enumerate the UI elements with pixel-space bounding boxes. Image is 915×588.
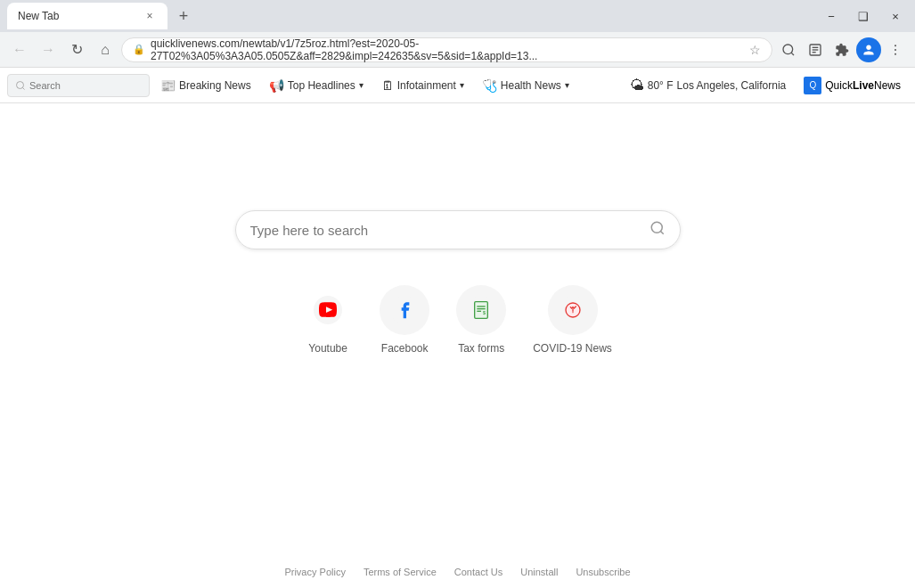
infotainment-icon: 🗓 <box>381 78 394 93</box>
svg-point-8 <box>895 53 896 54</box>
close-window-button[interactable]: × <box>883 4 908 29</box>
contact-us-link[interactable]: Contact Us <box>454 567 502 577</box>
uninstall-link[interactable]: Uninstall <box>520 567 558 577</box>
top-headlines-label: Top Headlines <box>288 79 355 92</box>
infotainment-chevron: ▾ <box>460 80 464 90</box>
maximize-button[interactable]: ❑ <box>851 4 876 29</box>
minimize-button[interactable]: − <box>819 4 844 29</box>
weather-widget: 🌤 80° F Los Angeles, California <box>623 76 794 95</box>
taxforms-icon: $ <box>456 285 506 335</box>
profile-icon[interactable] <box>856 37 881 62</box>
svg-point-11 <box>651 222 662 233</box>
tab-label: New Tab <box>18 10 59 22</box>
center-search-input[interactable] <box>250 223 642 238</box>
health-news-icon: 🩺 <box>482 78 497 93</box>
breaking-news-icon: 📰 <box>160 78 176 93</box>
extensions-icon[interactable] <box>829 37 854 62</box>
breaking-news-link[interactable]: 📰 Breaking News <box>153 77 258 94</box>
weather-icon: 🌤 <box>630 78 644 94</box>
url-bar[interactable]: 🔒 quicklivenews.com/newtab/v1/7z5roz.htm… <box>121 37 772 62</box>
tab-close-button[interactable]: × <box>143 9 157 23</box>
back-button[interactable]: ← <box>7 37 32 62</box>
health-news-label: Health News <box>501 79 561 92</box>
top-headlines-link[interactable]: 📢 Top Headlines ▾ <box>262 77 371 94</box>
top-headlines-chevron: ▾ <box>359 80 364 90</box>
forward-button[interactable]: → <box>36 37 61 62</box>
shortcut-covid[interactable]: COVID-19 News <box>533 285 612 355</box>
address-bar: ← → ↻ ⌂ 🔒 quicklivenews.com/newtab/v1/7z… <box>0 32 915 68</box>
covid-label: COVID-19 News <box>533 342 612 355</box>
qln-icon: Q <box>804 77 821 94</box>
svg-point-0 <box>783 45 793 54</box>
shortcut-facebook[interactable]: Facebook <box>380 285 429 355</box>
svg-rect-13 <box>314 296 342 324</box>
bookmark-star-icon[interactable]: ☆ <box>749 43 761 57</box>
infotainment-link[interactable]: 🗓 Infotainment ▾ <box>374 77 471 94</box>
window-controls: − ❑ × <box>819 4 908 29</box>
infotainment-label: Infotainment <box>397 79 456 92</box>
search-toolbar-icon[interactable] <box>776 37 801 62</box>
svg-point-6 <box>895 45 896 46</box>
new-tab-button[interactable]: + <box>171 4 196 29</box>
youtube-icon <box>303 285 353 335</box>
svg-line-12 <box>660 231 663 233</box>
svg-line-1 <box>791 53 794 55</box>
footer: Privacy Policy Terms of Service Contact … <box>0 556 915 588</box>
news-bar: 📰 Breaking News 📢 Top Headlines ▾ 🗓 Info… <box>0 68 915 103</box>
svg-line-10 <box>22 87 24 89</box>
browser-tab[interactable]: New Tab × <box>7 3 167 29</box>
health-news-link[interactable]: 🩺 Health News ▾ <box>475 77 576 94</box>
facebook-label: Facebook <box>381 342 429 355</box>
news-search-icon <box>15 80 26 91</box>
svg-point-9 <box>17 81 24 88</box>
terms-of-service-link[interactable]: Terms of Service <box>364 567 437 577</box>
svg-point-7 <box>895 49 896 51</box>
unsubscribe-link[interactable]: Unsubscribe <box>576 567 630 577</box>
chrome-menu-icon[interactable] <box>883 37 908 62</box>
toolbar-icons <box>776 37 908 62</box>
url-text: quicklivenews.com/newtab/v1/7z5roz.html?… <box>151 37 744 62</box>
youtube-label: Youtube <box>308 342 347 355</box>
facebook-icon <box>380 285 429 335</box>
reading-list-icon[interactable] <box>803 37 828 62</box>
shortcut-taxforms[interactable]: $ Tax forms <box>456 285 506 355</box>
center-search-icon[interactable] <box>649 220 666 240</box>
covid-icon <box>548 285 598 335</box>
svg-point-23 <box>572 312 573 313</box>
quicklivenews-logo[interactable]: Q QuickLiveNews <box>797 75 908 96</box>
health-news-chevron: ▾ <box>565 80 569 90</box>
shortcut-youtube[interactable]: Youtube <box>303 285 353 355</box>
weather-temp: 80° F <box>648 79 674 92</box>
top-headlines-icon: 📢 <box>269 78 284 93</box>
taxforms-label: Tax forms <box>458 342 504 355</box>
title-bar: New Tab × + − ❑ × <box>0 0 915 32</box>
home-button[interactable]: ⌂ <box>93 37 118 62</box>
svg-text:$: $ <box>483 310 486 315</box>
breaking-news-label: Breaking News <box>179 79 251 92</box>
reload-button[interactable]: ↻ <box>64 37 89 62</box>
privacy-policy-link[interactable]: Privacy Policy <box>284 567 345 577</box>
svg-rect-16 <box>475 302 488 319</box>
main-content: Youtube Facebook <box>0 103 915 588</box>
weather-location: Los Angeles, California <box>677 79 787 92</box>
news-search-input[interactable] <box>29 80 136 91</box>
quicklivenews-label: QuickLiveNews <box>825 79 901 92</box>
news-search-box[interactable] <box>7 74 150 97</box>
lock-icon: 🔒 <box>133 44 145 55</box>
center-search-box[interactable] <box>235 210 681 249</box>
shortcuts-container: Youtube Facebook <box>303 285 612 355</box>
